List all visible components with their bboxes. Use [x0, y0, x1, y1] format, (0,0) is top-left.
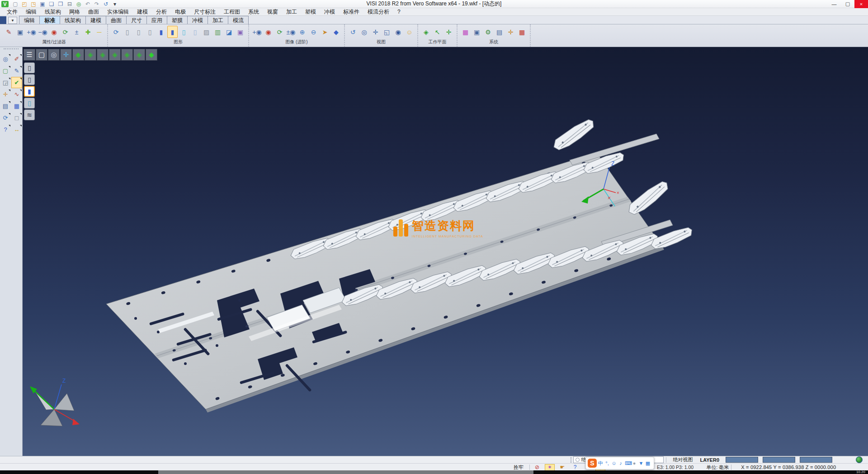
color-swatch-2[interactable] — [763, 457, 795, 463]
minimize-button[interactable]: — — [827, 0, 841, 8]
zoom-cube-icon[interactable]: ◲ — [0, 77, 10, 88]
print-preview-icon[interactable]: ◎ — [75, 0, 83, 8]
ime-voice-icon[interactable]: ♪ — [618, 460, 623, 466]
tab-standard[interactable]: 标准 — [39, 16, 60, 24]
quick-access-more-icon[interactable]: ▾ — [111, 0, 119, 8]
measure-icon[interactable]: ↔ — [12, 124, 22, 135]
show-all-icon[interactable]: ✚ — [83, 26, 93, 38]
rotate-view-icon[interactable]: ↺ — [348, 26, 358, 38]
ime-user-icon[interactable]: ● — [632, 460, 637, 466]
tab-modeling[interactable]: 建模 — [85, 16, 106, 24]
render-wireframe-icon[interactable]: ▯ — [24, 62, 35, 73]
color-swatch-3[interactable] — [800, 457, 832, 463]
view-plane-icon[interactable]: ▢ — [36, 49, 47, 61]
menu-wireframe[interactable]: 线架构 — [41, 8, 65, 16]
solid-cube-icon[interactable]: ◻ — [12, 113, 22, 123]
redo-icon[interactable]: ↷ — [93, 0, 101, 8]
magic-wand-icon[interactable]: ✶ — [545, 464, 555, 471]
ime-emoji-icon[interactable]: ☺ — [611, 460, 617, 466]
refresh-model-icon[interactable]: ⟳ — [0, 113, 10, 123]
undo-icon[interactable]: ↶ — [84, 0, 92, 8]
tab-die[interactable]: 冲模 — [187, 16, 208, 24]
viewport-menu-icon[interactable]: ☰ — [24, 49, 35, 61]
tab-application[interactable]: 应用 — [146, 16, 167, 24]
advanced-toggle-icon[interactable]: ±◉ — [286, 26, 296, 38]
advanced-refresh-icon[interactable]: ⟳ — [274, 26, 285, 38]
hide-entities-icon[interactable]: −◉ — [38, 26, 48, 38]
spring-icon[interactable]: ≋ — [24, 109, 35, 120]
save-icon[interactable]: ▣ — [38, 0, 47, 8]
snap-settings-icon[interactable]: ✛ — [505, 26, 516, 38]
hide-all-icon[interactable]: ─ — [94, 26, 104, 38]
advanced-show-icon[interactable]: +◉ — [252, 26, 262, 38]
grid-settings-icon[interactable]: ▦ — [517, 26, 527, 38]
menu-drawing[interactable]: 工程图 — [220, 8, 244, 16]
view-shaded-cube-icon[interactable]: ◆ — [146, 49, 157, 61]
view-restore-icon[interactable]: ↺ — [102, 0, 110, 8]
smiley-icon[interactable]: ☺ — [404, 26, 415, 38]
no-entry-icon[interactable]: ⊘ — [532, 464, 542, 471]
menu-electrode[interactable]: 电极 — [171, 8, 190, 16]
render-hidden-icon[interactable]: ▯ — [24, 74, 35, 85]
ime-punctuation-icon[interactable]: °, — [604, 460, 610, 466]
tab-flow[interactable]: 模流 — [228, 16, 249, 24]
rendered-icon[interactable]: ▥ — [212, 26, 223, 38]
menu-analysis[interactable]: 分析 — [152, 8, 171, 16]
toggle-visibility-icon[interactable]: ± — [71, 26, 82, 38]
spline-icon[interactable]: ∿ — [12, 89, 22, 100]
absolute-view-label[interactable]: 绝对视图 — [673, 456, 693, 463]
open-model-icon[interactable]: ◳ — [29, 0, 38, 8]
ime-keyboard-icon[interactable]: ⌨ — [625, 460, 630, 466]
advanced-lights-icon[interactable]: ◉ — [263, 26, 274, 38]
help-icon[interactable]: ? — [0, 124, 10, 135]
menu-solid-edit[interactable]: 实体编辑 — [103, 8, 133, 16]
render-cube-icon[interactable]: ◆ — [331, 26, 341, 38]
menu-system[interactable]: 系统 — [244, 8, 263, 16]
save-as-icon[interactable]: ❏ — [47, 0, 56, 8]
tab-edit[interactable]: 编辑 — [19, 16, 40, 24]
help-status-icon[interactable]: ? — [570, 464, 580, 471]
menu-die[interactable]: 冲模 — [320, 8, 339, 16]
view-iso-right-icon[interactable]: ◈ — [121, 49, 133, 61]
color-table-icon[interactable]: ▦ — [460, 26, 471, 38]
refresh-visibility-icon[interactable]: ⟳ — [60, 26, 71, 38]
menu-modeling[interactable]: 建模 — [133, 8, 152, 16]
modify-attributes-icon[interactable]: ✎ — [4, 26, 14, 38]
menu-mold[interactable]: 塑模 — [301, 8, 320, 16]
ime-chinese-icon[interactable]: 中 — [598, 460, 603, 467]
profile-table-icon[interactable]: ▤ — [494, 26, 505, 38]
regen-icon[interactable]: ⟳ — [111, 26, 121, 38]
transparent-shaded-icon[interactable]: ▯ — [179, 26, 189, 38]
pencil-curve-icon[interactable]: ✎ — [12, 66, 22, 76]
erase-sketch-icon[interactable]: ✐ — [12, 54, 22, 64]
view-top-icon[interactable]: ◆ — [72, 49, 84, 61]
layer-palette-icon[interactable]: ▤ — [0, 101, 10, 111]
view-iso-left-icon[interactable]: ◈ — [109, 49, 121, 61]
hand-tool-icon[interactable]: ☛ — [557, 464, 567, 471]
pin-icon[interactable]: ➤ — [320, 26, 330, 38]
shaded-icon[interactable]: ▮ — [156, 26, 166, 38]
view-axes-icon[interactable]: ✛ — [60, 49, 72, 61]
menu-mesh[interactable]: 网格 — [65, 8, 84, 16]
render-ghost-icon[interactable]: ▯ — [24, 98, 35, 109]
toolbar-grip[interactable] — [4, 48, 19, 52]
zoom-search-icon[interactable]: ◎ — [0, 54, 10, 64]
eye-view-icon[interactable]: ◉ — [393, 26, 403, 38]
close-button[interactable]: × — [854, 0, 868, 8]
tab-surface[interactable]: 曲面 — [106, 16, 127, 24]
new-file-icon[interactable]: ▢ — [11, 0, 19, 8]
hatched-icon[interactable]: ▨ — [201, 26, 212, 38]
tab-dimension[interactable]: 尺寸 — [126, 16, 147, 24]
lock-label[interactable]: 拴牢 — [514, 464, 524, 471]
ucs-axes-icon[interactable]: ✛ — [0, 89, 10, 100]
ime-toolbox-icon[interactable]: ▦ — [645, 460, 651, 466]
viewport-3d[interactable]: × × Z Z ☰▢◎✛◆◈◈ — [23, 47, 868, 456]
print-icon[interactable]: ⊟ — [66, 0, 74, 8]
window-grid-icon[interactable]: ▦ — [12, 101, 22, 111]
menu-machining[interactable]: 加工 — [282, 8, 301, 16]
workplane-axes-icon[interactable]: ✛ — [443, 26, 454, 38]
toolbar-dropdown-button[interactable]: ▼ — [8, 17, 17, 24]
image-settings-icon[interactable]: ▣ — [472, 26, 482, 38]
material-icon[interactable]: ◪ — [224, 26, 234, 38]
open-file-icon[interactable]: ◰ — [20, 0, 28, 8]
